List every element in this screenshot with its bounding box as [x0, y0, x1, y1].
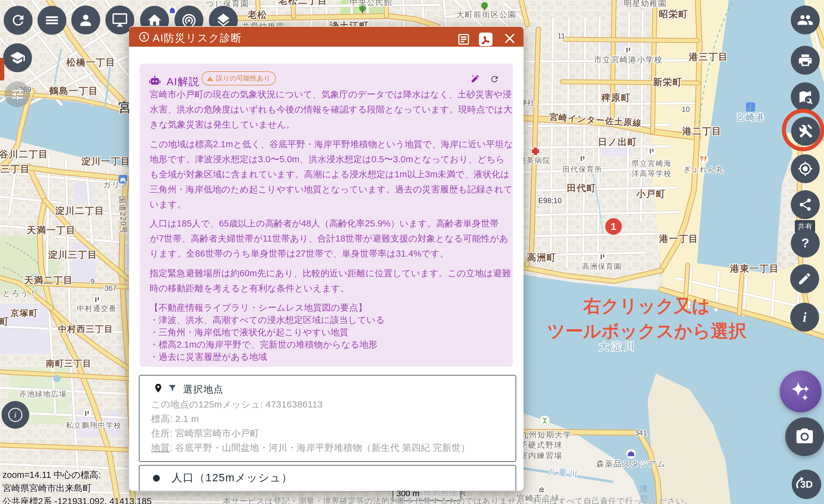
svg-text:高洲保育園: 高洲保育園	[582, 262, 622, 271]
svg-text:新栄町: 新栄町	[652, 77, 682, 87]
svg-text:ガリノ: ガリノ	[103, 180, 129, 189]
svg-text:老松二丁目: 老松二丁目	[278, 0, 327, 6]
svg-text:昭栄町: 昭栄町	[659, 9, 688, 19]
svg-text:京塚町: 京塚町	[10, 308, 38, 318]
svg-text:鶴島一丁目: 鶴島一丁目	[49, 86, 98, 96]
svg-text:天満町: 天満町	[0, 316, 9, 326]
svg-text:松橋一丁目: 松橋一丁目	[66, 57, 115, 67]
svg-text:淀川一丁目: 淀川一丁目	[81, 156, 130, 166]
svg-text:中村西三丁目: 中村西三丁目	[58, 324, 113, 334]
svg-text:田代町: 田代町	[567, 183, 596, 193]
svg-text:港三丁目: 港三丁目	[689, 52, 728, 62]
svg-text:淀川二丁目: 淀川二丁目	[55, 206, 104, 216]
svg-text:港東一丁目: 港東一丁目	[730, 263, 779, 274]
svg-text:大町前街区公園: 大町前街区公園	[456, 10, 516, 19]
svg-text:中村通交番: 中村通交番	[77, 304, 117, 313]
svg-text:中央公民館: 中央公民館	[350, 0, 393, 7]
svg-text:県立宮崎海: 県立宮崎海	[632, 159, 672, 168]
svg-text:宮崎港: 宮崎港	[736, 112, 765, 122]
svg-text:田代保育所: 田代保育所	[562, 165, 603, 173]
svg-text:小戸町: 小戸町	[636, 189, 666, 199]
svg-text:341: 341	[635, 429, 647, 437]
svg-text:港一丁目: 港一丁目	[659, 233, 698, 244]
svg-text:367: 367	[104, 284, 117, 292]
svg-text:市立宮崎港小学校: 市立宮崎港小学校	[594, 55, 663, 64]
svg-text:谷川二丁目: 谷川二丁目	[0, 149, 48, 159]
svg-text:天満二丁目: 天満二丁目	[24, 275, 73, 285]
svg-text:三丁目: 三丁目	[1, 164, 30, 174]
svg-text:1: 1	[611, 221, 616, 232]
svg-text:淀川三丁目: 淀川三丁目	[48, 249, 97, 260]
svg-text:赤池緑地広場: 赤池緑地広場	[19, 390, 67, 398]
svg-text:日ノ出町: 日ノ出町	[598, 137, 637, 147]
svg-text:洋高等学校: 洋高等学校	[632, 169, 672, 178]
svg-text:明星幼稚園: 明星幼稚園	[624, 0, 667, 8]
svg-text:9: 9	[90, 277, 94, 286]
svg-text:⚓: ⚓	[746, 103, 755, 111]
svg-text:とろう！: とろう！	[2, 289, 37, 298]
svg-text:ぎょれん丸: ぎょれん丸	[683, 165, 724, 173]
svg-text:稗原町: 稗原町	[601, 93, 631, 103]
svg-text:10: 10	[682, 105, 690, 113]
svg-text:南町三丁目: 南町三丁目	[46, 359, 92, 368]
svg-text:E98;10: E98;10	[538, 196, 561, 205]
svg-text:11: 11	[557, 32, 565, 40]
svg-text:老松: 老松	[247, 9, 267, 20]
svg-text:港二丁目: 港二丁目	[682, 126, 722, 136]
svg-text:高洲町: 高洲町	[527, 252, 556, 263]
svg-text:森薬品スタジアム: 森薬品スタジアム	[596, 459, 666, 468]
svg-text:天満一丁目: 天満一丁目	[26, 225, 76, 235]
svg-text:私立鵬翔中学校: 私立鵬翔中学校	[66, 421, 122, 429]
